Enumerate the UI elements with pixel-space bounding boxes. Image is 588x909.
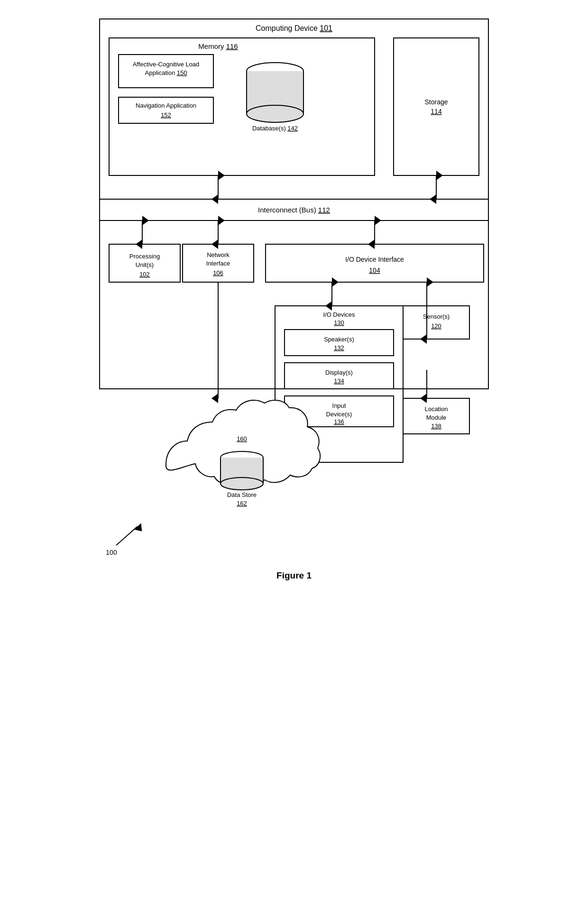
sensor-number: 120 — [431, 322, 441, 330]
database-cylinder-bottom — [247, 105, 303, 122]
storage-box — [394, 38, 479, 175]
diagram-svg: Computing Device 101 Memory 116 Affectiv… — [90, 9, 498, 673]
displays-label: Display(s) — [325, 369, 353, 376]
input-devices-label2: Device(s) — [326, 411, 352, 418]
displays-number: 134 — [334, 377, 344, 385]
figure-label: Figure 1 — [276, 570, 312, 580]
memory-label: Memory 116 — [198, 42, 238, 50]
navigation-app-label: Navigation Application — [136, 102, 196, 109]
io-interface-label: I/O Device Interface — [345, 256, 404, 263]
speakers-label: Speaker(s) — [324, 336, 354, 343]
io-devices-label: I/O Devices — [323, 311, 355, 318]
datastore-cylinder-bottom — [220, 477, 263, 490]
input-devices-number: 136 — [334, 418, 344, 425]
processing-unit-number: 102 — [139, 271, 150, 278]
affective-app-label: Affective-Cognitive Load — [133, 61, 200, 68]
io-interface-number: 104 — [369, 266, 380, 274]
affective-app-label2: Application 150 — [145, 69, 187, 76]
page-container: Computing Device 101 Memory 116 Affectiv… — [81, 9, 507, 673]
processing-unit-label: Processing — [129, 253, 160, 260]
database-label: Database(s) 142 — [252, 125, 298, 132]
navigation-app-number: 152 — [161, 111, 171, 119]
io-devices-number: 130 — [334, 319, 344, 326]
computing-device-label: Computing Device 101 — [256, 24, 332, 32]
io-interface-box — [266, 244, 484, 282]
network-interface-number: 106 — [213, 269, 223, 276]
navigation-app-box — [119, 97, 213, 123]
cloud-number: 160 — [237, 435, 247, 442]
network-interface-label2: Interface — [206, 260, 230, 267]
location-module-label2: Module — [426, 414, 447, 421]
input-devices-label: Input — [332, 402, 346, 409]
speakers-number: 132 — [334, 344, 344, 351]
network-interface-label: Network — [207, 251, 230, 258]
processing-unit-label2: Unit(s) — [136, 261, 154, 268]
data-store-number: 162 — [237, 500, 247, 507]
location-module-label: Location — [424, 405, 448, 413]
location-module-number: 138 — [431, 422, 441, 430]
data-store-label: Data Store — [227, 491, 257, 498]
storage-number: 114 — [431, 108, 442, 115]
sensor-label: Sensor(s) — [423, 313, 450, 320]
storage-label: Storage — [424, 98, 448, 106]
ref-arrow — [116, 526, 138, 545]
ref-100-label: 100 — [106, 549, 117, 556]
bus-label: Interconnect (Bus) 112 — [258, 206, 330, 214]
